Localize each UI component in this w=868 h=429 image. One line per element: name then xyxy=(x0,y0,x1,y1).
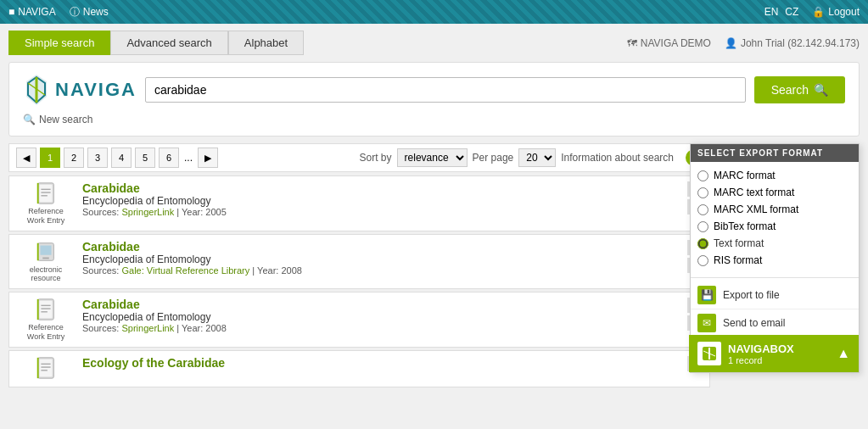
book-icon xyxy=(34,181,58,205)
result-subtitle: Encyclopedia of Entomology xyxy=(82,195,680,207)
tab-alphabet[interactable]: Alphabet xyxy=(228,31,304,55)
result-type-icon: electronicresource xyxy=(16,240,76,284)
table-row: ReferenceWork Entry Carabidae Encycloped… xyxy=(8,176,710,231)
result-type-label: ReferenceWork Entry xyxy=(27,207,64,226)
new-search-label: New search xyxy=(39,114,92,125)
per-page-select[interactable]: 20 xyxy=(518,148,556,167)
naviga-logo-text: NAVIGA xyxy=(55,79,137,101)
search-input[interactable] xyxy=(145,77,746,103)
export-radio-text[interactable] xyxy=(697,238,708,249)
export-radio-marc-xml[interactable] xyxy=(697,204,708,215)
export-option-marc-text[interactable]: MARC text format xyxy=(697,184,852,201)
navigabox-svg-icon xyxy=(701,345,718,362)
page-ellipsis: ... xyxy=(182,152,194,164)
send-email-label: Send to email xyxy=(723,317,785,329)
demo-label: 🗺 NAVIGA DEMO xyxy=(627,37,711,49)
export-radio-marc[interactable] xyxy=(697,170,708,181)
result-content: Carabidae Encyclopedia of Entomology Sou… xyxy=(82,240,680,276)
export-radio-ris[interactable] xyxy=(697,255,708,266)
result-subtitle: Encyclopedia of Entomology xyxy=(82,254,680,265)
news-label: News xyxy=(83,6,109,18)
page-6-button[interactable]: 6 xyxy=(159,148,179,168)
chevron-left-icon: ◀ xyxy=(23,153,30,164)
export-option-bibtex[interactable]: BibTex format xyxy=(697,218,852,235)
tab-advanced-search[interactable]: Advanced search xyxy=(110,31,227,55)
language-selector: EN CZ xyxy=(764,6,799,18)
email-icon: ✉ xyxy=(697,314,716,332)
result-title[interactable]: Ecology of the Carabidae xyxy=(82,356,225,370)
sort-select[interactable]: relevance xyxy=(397,148,468,167)
logout-label: Logout xyxy=(828,6,860,18)
result-title[interactable]: Carabidae xyxy=(82,298,140,311)
page-1-button[interactable]: 1 xyxy=(40,148,60,168)
result-title[interactable]: Carabidae xyxy=(82,240,140,254)
svg-rect-21 xyxy=(40,359,53,377)
page-prev-button[interactable]: ◀ xyxy=(16,148,36,168)
naviga-icon: ■ xyxy=(8,6,14,18)
info-label: Information about search xyxy=(561,152,674,164)
page-next-button[interactable]: ▶ xyxy=(198,148,218,168)
naviga-nav-item[interactable]: ■ NAVIGA xyxy=(8,6,56,18)
result-subtitle: Encyclopedia of Entomology xyxy=(82,311,680,323)
result-type-icon: ReferenceWork Entry xyxy=(16,298,76,342)
electronic-icon xyxy=(34,240,58,264)
table-row: ReferenceWork Entry Carabidae Encycloped… xyxy=(8,292,710,348)
export-radio-marc-text[interactable] xyxy=(697,187,708,198)
page-2-button[interactable]: 2 xyxy=(64,148,84,168)
send-email-button[interactable]: ✉ Send to email xyxy=(691,309,859,337)
user-info: 👤 John Trial (82.142.94.173) xyxy=(725,37,860,49)
export-option-text[interactable]: Text format xyxy=(697,235,852,252)
navigabox[interactable]: NAVIGABOX 1 record ▲ xyxy=(689,335,859,372)
page-4-button[interactable]: 4 xyxy=(111,148,132,168)
source-link[interactable]: SpringerLink xyxy=(121,207,174,217)
naviga-logo-icon xyxy=(23,73,50,107)
result-title[interactable]: Carabidae xyxy=(82,181,140,195)
result-meta: Sources: SpringerLink | Year: 2008 xyxy=(82,323,680,333)
export-option-marc-xml[interactable]: MARC XML format xyxy=(697,201,852,218)
svg-rect-15 xyxy=(40,301,53,319)
search-tabs-bar: Simple search Advanced search Alphabet 🗺… xyxy=(0,24,868,62)
svg-rect-5 xyxy=(40,185,53,203)
sort-label: Sort by xyxy=(360,152,392,164)
search-box-area: NAVIGA Search 🔍 🔍 New search xyxy=(8,62,860,136)
results-area: ◀ 1 2 3 4 5 6 ... ▶ Sort by relevance Pe… xyxy=(8,143,860,390)
building-icon: 🗺 xyxy=(627,37,637,49)
navigabox-subtitle: 1 record xyxy=(728,355,794,365)
source-link[interactable]: SpringerLink xyxy=(121,323,174,333)
lang-en[interactable]: EN xyxy=(764,6,779,18)
book-icon xyxy=(34,356,58,380)
result-type-icon xyxy=(16,356,76,382)
user-icon: 👤 xyxy=(725,37,737,49)
logout-button[interactable]: 🔒 Logout xyxy=(812,6,860,18)
search-icon: 🔍 xyxy=(814,83,828,97)
export-radio-bibtex[interactable] xyxy=(697,221,708,232)
table-row: Ecology of the Carabidae ▼ xyxy=(8,350,710,387)
result-type-label: electronicresource xyxy=(30,265,63,284)
lang-cz[interactable]: CZ xyxy=(785,6,798,18)
source-link[interactable]: Gale: Virtual Reference Library xyxy=(121,265,249,276)
export-panel: SELECT EXPORT FORMAT MARC format MARC te… xyxy=(690,143,860,373)
news-nav-item[interactable]: ⓘ News xyxy=(70,5,109,20)
naviga-logo: NAVIGA xyxy=(23,73,137,107)
navigabox-text: NAVIGABOX 1 record xyxy=(728,343,794,365)
sort-section: Sort by relevance Per page 20 Informatio… xyxy=(360,148,703,167)
table-row: electronicresource Carabidae Encyclopedi… xyxy=(8,234,710,290)
new-search-link[interactable]: 🔍 New search xyxy=(23,114,845,125)
page-3-button[interactable]: 3 xyxy=(87,148,108,168)
chevron-up-icon: ▲ xyxy=(837,346,850,361)
page-5-button[interactable]: 5 xyxy=(135,148,155,168)
export-to-file-button[interactable]: 💾 Export to file xyxy=(691,281,859,309)
result-content: Carabidae Encyclopedia of Entomology Sou… xyxy=(82,298,680,333)
result-content: Ecology of the Carabidae xyxy=(82,356,680,370)
naviga-label: NAVIGA xyxy=(18,6,55,18)
export-option-marc[interactable]: MARC format xyxy=(697,167,852,184)
search-button[interactable]: Search 🔍 xyxy=(754,76,845,103)
book-icon xyxy=(34,298,58,321)
search-button-label: Search xyxy=(771,83,809,97)
svg-rect-11 xyxy=(40,245,51,254)
tab-simple-search[interactable]: Simple search xyxy=(8,31,110,55)
export-file-icon: 💾 xyxy=(697,286,716,304)
per-page-label: Per page xyxy=(473,152,514,164)
top-navigation: ■ NAVIGA ⓘ News EN CZ 🔒 Logout xyxy=(0,0,868,24)
export-option-ris[interactable]: RIS format xyxy=(697,252,852,269)
